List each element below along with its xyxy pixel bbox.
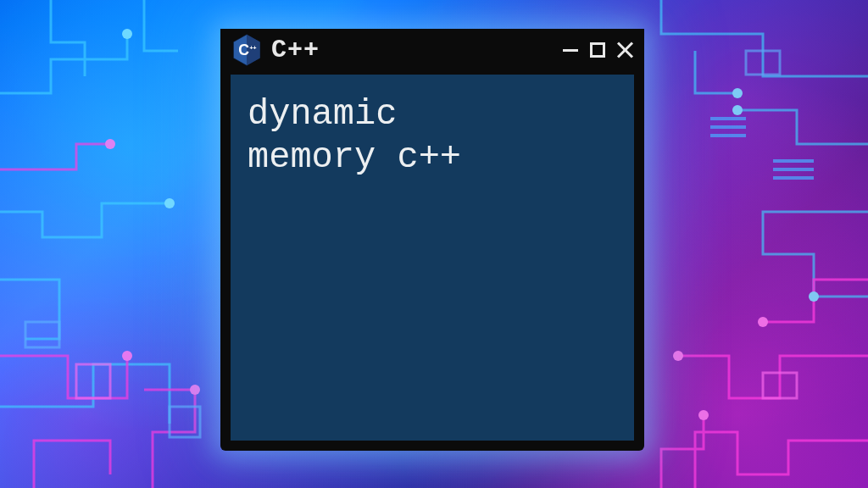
- content-text: dynamic memory c++: [248, 93, 617, 180]
- svg-point-2: [105, 139, 115, 149]
- svg-point-10: [809, 291, 819, 302]
- titlebar[interactable]: C ++ C++: [220, 29, 644, 71]
- close-button[interactable]: [615, 41, 634, 59]
- window-title: C++: [271, 36, 320, 64]
- svg-point-8: [673, 351, 683, 361]
- svg-point-0: [122, 29, 132, 39]
- svg-point-6: [732, 105, 743, 115]
- svg-point-3: [122, 351, 132, 361]
- minimize-button[interactable]: [561, 41, 580, 59]
- svg-point-4: [190, 385, 200, 395]
- svg-rect-11: [25, 322, 59, 347]
- app-window: C ++ C++ dynamic memory c++: [220, 29, 644, 451]
- cpp-logo-icon: C ++: [232, 34, 261, 66]
- svg-text:C: C: [238, 42, 249, 58]
- svg-point-5: [732, 88, 743, 98]
- svg-point-1: [164, 198, 175, 208]
- svg-text:++: ++: [250, 45, 257, 51]
- maximize-button[interactable]: [588, 41, 607, 59]
- window-controls: [561, 41, 634, 59]
- minimize-icon: [563, 49, 578, 52]
- close-icon: [615, 41, 634, 59]
- svg-point-9: [698, 410, 709, 420]
- svg-point-7: [758, 317, 768, 327]
- maximize-icon: [590, 42, 605, 58]
- window-content: dynamic memory c++: [231, 75, 634, 441]
